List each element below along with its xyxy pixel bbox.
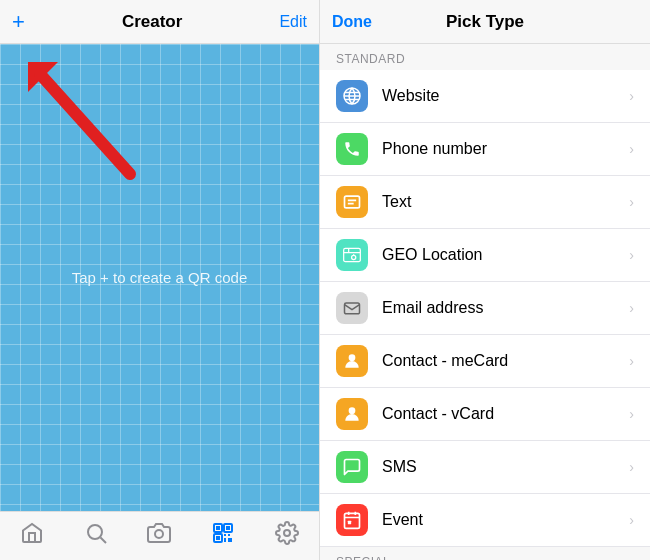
website-icon [336,80,368,112]
mecard-icon [336,345,368,377]
canvas-area: Tap + to create a QR code [0,44,319,511]
email-icon [336,292,368,324]
settings-icon [275,521,299,551]
standard-section-header: STANDARD [320,44,650,70]
svg-point-25 [349,354,356,361]
geo-chevron: › [629,247,634,263]
tab-search[interactable] [64,512,128,560]
tab-settings[interactable] [255,512,319,560]
svg-rect-14 [224,538,226,542]
sms-label: SMS [382,458,417,476]
svg-point-3 [88,525,102,539]
svg-rect-9 [226,526,230,530]
phone-icon [336,133,368,165]
right-panel: Done Pick Type STANDARD Website › [320,0,650,560]
svg-rect-12 [224,534,226,536]
mecard-label: Contact - meCard [382,352,508,370]
svg-point-5 [155,530,163,538]
svg-point-16 [284,530,290,536]
mecard-chevron: › [629,353,634,369]
svg-line-4 [100,538,106,544]
phone-label: Phone number [382,140,487,158]
svg-rect-11 [216,536,220,540]
svg-point-22 [352,255,356,259]
email-label: Email address [382,299,483,317]
sms-chevron: › [629,459,634,475]
tab-camera[interactable] [128,512,192,560]
text-icon [336,186,368,218]
vcard-chevron: › [629,406,634,422]
phone-chevron: › [629,141,634,157]
svg-rect-15 [228,538,232,542]
svg-point-26 [349,407,356,414]
svg-rect-31 [348,521,351,524]
edit-button[interactable]: Edit [279,13,307,31]
svg-line-2 [40,74,130,174]
tab-bar [0,511,319,560]
canvas-hint: Tap + to create a QR code [72,269,248,286]
svg-marker-1 [28,62,58,92]
svg-rect-21 [344,248,361,261]
event-chevron: › [629,512,634,528]
svg-rect-7 [216,526,220,530]
list-item-vcard[interactable]: Contact - vCard › [320,388,650,441]
list-item-phone[interactable]: Phone number › [320,123,650,176]
pick-type-title: Pick Type [446,12,524,32]
vcard-icon [336,398,368,430]
add-button[interactable]: + [12,11,25,33]
list-item-event[interactable]: Event › [320,494,650,547]
done-button[interactable]: Done [320,13,384,31]
nav-bar: + Creator Edit [0,0,319,44]
geo-icon [336,239,368,271]
text-label: Text [382,193,411,211]
red-arrow [10,54,150,198]
nav-title: Creator [122,12,182,32]
home-icon [20,521,44,551]
svg-rect-13 [228,534,230,536]
list-item-email[interactable]: Email address › [320,282,650,335]
text-chevron: › [629,194,634,210]
geo-label: GEO Location [382,246,483,264]
event-icon [336,504,368,536]
website-chevron: › [629,88,634,104]
list-item-geo[interactable]: GEO Location › [320,229,650,282]
svg-rect-18 [345,196,360,208]
vcard-label: Contact - vCard [382,405,494,423]
list-item-text[interactable]: Text › [320,176,650,229]
email-chevron: › [629,300,634,316]
tab-qr[interactable] [191,512,255,560]
search-icon [84,521,108,551]
svg-rect-24 [345,303,360,314]
type-list: STANDARD Website › [320,44,650,560]
list-item-website[interactable]: Website › [320,70,650,123]
sms-icon [336,451,368,483]
tab-home[interactable] [0,512,64,560]
svg-rect-27 [345,513,360,528]
left-panel: + Creator Edit Tap + to create a QR code [0,0,320,560]
special-section-header: SPECIAL [320,547,650,560]
qr-icon [211,521,235,551]
list-item-mecard[interactable]: Contact - meCard › [320,335,650,388]
website-label: Website [382,87,440,105]
camera-icon [147,521,171,551]
list-item-sms[interactable]: SMS › [320,441,650,494]
event-label: Event [382,511,423,529]
right-nav-bar: Done Pick Type [320,0,650,44]
